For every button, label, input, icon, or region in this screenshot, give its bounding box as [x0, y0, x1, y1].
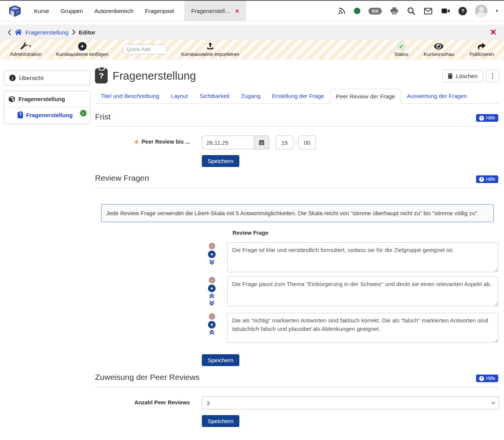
section-frist-header: Frist ? Hilfe	[95, 112, 499, 127]
application-window: Kurse Gruppen Autorenbereich Fragenpool …	[0, 0, 504, 440]
toolbar-left-group: ▾ Administration + Kursbausteine einfüge…	[0, 42, 239, 57]
print-icon[interactable]	[390, 7, 399, 15]
breadcrumb-link-fragenerstellung[interactable]: Fragenerstellung	[25, 29, 69, 36]
calendar-picker-button[interactable]	[254, 136, 269, 149]
publish-label: Publizieren	[470, 52, 494, 57]
move-down-icon[interactable]	[209, 300, 215, 306]
user-menu-caret-icon[interactable]: ▾	[496, 8, 498, 13]
chat-count-badge[interactable]: 0/0	[368, 8, 382, 15]
trash-icon	[448, 73, 453, 79]
save-assignment-button[interactable]: Speichern	[202, 415, 239, 427]
frist-help-badge[interactable]: ? Hilfe	[476, 114, 498, 122]
back-chevron-icon[interactable]	[8, 29, 11, 36]
help-label: Hilfe	[486, 115, 495, 121]
hour-input[interactable]	[276, 136, 293, 149]
status-button[interactable]: ✓ Status	[394, 42, 408, 57]
upload-icon	[206, 42, 215, 51]
tab-peer-review-der-frage[interactable]: Peer Review der Frage	[330, 89, 401, 104]
likert-info-box: Jede Review Frage verwendet die Likert-S…	[101, 204, 494, 222]
review-question-row: Die Frage ist klar und verständlich form…	[95, 242, 499, 272]
rss-icon[interactable]	[337, 7, 346, 15]
remove-row-icon[interactable]	[209, 243, 215, 249]
question-circle-icon: ?	[479, 116, 484, 121]
section-review-header: Review Fragen ? Hilfe	[95, 173, 499, 188]
delete-label: Löschen	[456, 73, 478, 79]
add-row-icon[interactable]	[208, 285, 216, 292]
add-row-icon[interactable]	[208, 321, 216, 329]
tab-titel-und-beschreibung[interactable]: Titel und Beschreibung	[95, 89, 165, 103]
section-assignment-header: Zuweisung der Peer Reviews ? Hilfe	[95, 373, 499, 388]
administration-label: Administration	[10, 52, 41, 57]
review-title: Review Fragen	[95, 173, 499, 183]
tree-root-label: Fragenerstellung	[18, 96, 65, 102]
insert-course-element-button[interactable]: + Kursbausteine einfügen	[56, 42, 108, 57]
menu-item-gruppen[interactable]: Gruppen	[55, 1, 88, 21]
save-frist-button[interactable]: Speichern	[202, 155, 239, 167]
tree-item-fragenerstellung[interactable]: ? Fragenerstellung ✓	[4, 107, 90, 124]
mail-icon[interactable]	[424, 7, 433, 16]
tab-zugang[interactable]: Zugang	[235, 89, 266, 103]
menu-item-fragenpool[interactable]: Fragenpool	[139, 1, 180, 21]
menu-item-autorenbereich[interactable]: Autorenbereich	[89, 1, 139, 21]
remove-row-icon[interactable]	[209, 277, 215, 283]
publish-button[interactable]: Publizieren	[470, 42, 494, 57]
delete-button[interactable]: Löschen	[442, 70, 483, 82]
course-preview-button[interactable]: Kursvorschau	[424, 42, 454, 57]
presence-status-icon[interactable]	[354, 8, 360, 14]
move-down-icon[interactable]	[209, 259, 215, 265]
header-actions: Löschen ⋮	[442, 70, 499, 82]
help-icon[interactable]: ?	[458, 7, 467, 15]
tree-child-label: Fragenerstellung	[26, 112, 73, 118]
review-frage-column-header: Review Frage	[232, 230, 268, 236]
review-question-textarea[interactable]: Die Frage ist klar und verständlich form…	[227, 242, 498, 272]
eye-icon	[434, 42, 443, 51]
navbar-tools: 0/0 ? ▾	[337, 5, 504, 17]
move-up-icon[interactable]	[209, 330, 215, 335]
import-course-elements-button[interactable]: Kursbausteine importieren	[181, 42, 239, 57]
share-arrow-icon	[477, 42, 486, 51]
plus-circle-icon: +	[78, 42, 87, 51]
page-title: Fragenerstellung	[113, 70, 196, 82]
toolbar-right-group: ✓ Status Kursvorschau Publizieren	[394, 42, 504, 57]
sidebar-item-overview[interactable]: i Übersicht	[4, 71, 90, 85]
administration-menu[interactable]: ▾ Administration	[10, 42, 41, 57]
import-label: Kursbausteine importieren	[181, 52, 239, 57]
home-icon[interactable]	[15, 29, 22, 35]
video-icon[interactable]	[441, 6, 450, 16]
anzahl-peer-reviews-label: Anzahl Peer Reviews	[95, 399, 190, 406]
main-menu: Kurse Gruppen Autorenbereich Fragenpool	[28, 1, 180, 21]
assignment-help-badge[interactable]: ? Hilfe	[476, 375, 498, 382]
more-actions-button[interactable]: ⋮	[486, 70, 499, 82]
close-editor-icon[interactable]: ×	[490, 27, 496, 38]
tab-sichtbarkeit[interactable]: Sichtbarkeit	[194, 89, 235, 103]
menu-item-kurse[interactable]: Kurse	[28, 1, 55, 21]
active-dtab-fragenerstellung[interactable]: Fragenerstell… ×	[184, 1, 246, 21]
quick-add-input[interactable]	[123, 44, 167, 54]
peer-review-bis-label: Peer Review bis ...	[95, 139, 190, 145]
review-question-textarea[interactable]: Die als "richtig“ markierten Antworten s…	[227, 313, 498, 343]
date-input[interactable]	[202, 136, 254, 149]
review-help-badge[interactable]: ? Hilfe	[476, 175, 498, 183]
insert-label: Kursbausteine einfügen	[56, 52, 108, 57]
save-review-questions-button[interactable]: Speichern	[202, 354, 239, 366]
add-row-icon[interactable]	[208, 250, 216, 258]
search-icon[interactable]	[407, 7, 416, 15]
required-asterisk-icon	[134, 139, 139, 144]
cube-icon	[9, 96, 15, 102]
tab-auswertung-der-fragen[interactable]: Auswertung der Fragen	[401, 89, 473, 103]
user-avatar[interactable]	[475, 5, 488, 17]
tab-layout[interactable]: Layout	[165, 89, 194, 103]
editor-toolbar: ▾ Administration + Kursbausteine einfüge…	[0, 40, 504, 59]
breadcrumb: Fragenerstellung Editor ×	[0, 25, 504, 40]
olat-logo-icon[interactable]	[9, 5, 21, 18]
status-label: Status	[394, 52, 408, 57]
remove-row-icon[interactable]	[209, 313, 215, 320]
move-up-icon[interactable]	[209, 293, 215, 299]
close-tab-icon[interactable]: ×	[235, 7, 239, 15]
assignment-title: Zuweisung der Peer Reviews	[95, 373, 499, 382]
minute-input[interactable]	[298, 136, 316, 149]
peer-review-count-select[interactable]: 3	[202, 396, 499, 409]
tree-root-course[interactable]: Fragenerstellung	[4, 91, 90, 107]
review-question-textarea[interactable]: Die Frage passt zum Thema "Einbürgerung …	[227, 276, 498, 306]
tab-erstellung-der-frage[interactable]: Erstellung der Frage	[266, 89, 330, 103]
